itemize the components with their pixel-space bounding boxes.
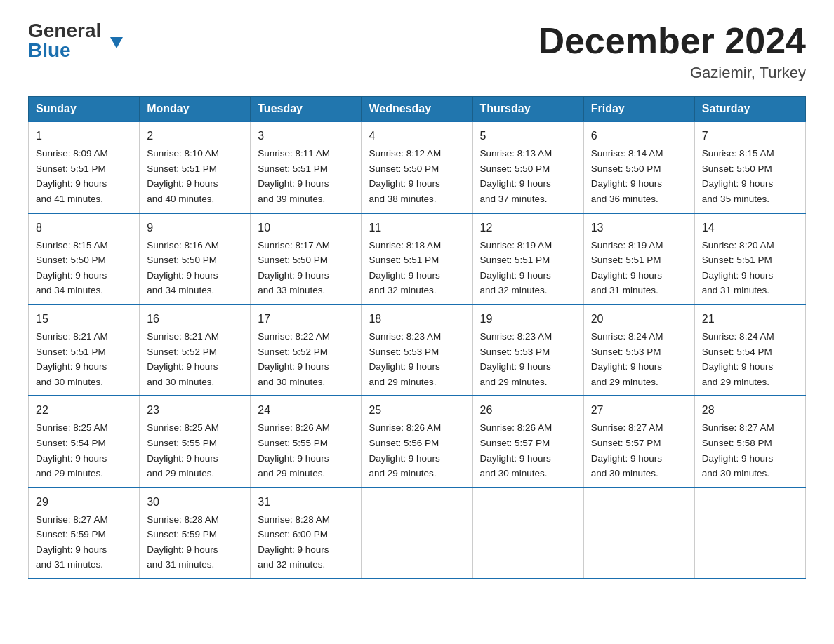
day-info: Sunrise: 8:26 AMSunset: 5:56 PMDaylight:…: [369, 420, 465, 481]
table-row: 16Sunrise: 8:21 AMSunset: 5:52 PMDayligh…: [140, 304, 251, 396]
table-row: [362, 488, 472, 579]
page-header: General Blue December 2024 Gaziemir, Tur…: [28, 21, 806, 82]
day-number: 28: [702, 402, 798, 419]
day-info: Sunrise: 8:23 AMSunset: 5:53 PMDaylight:…: [480, 329, 576, 389]
day-info: Sunrise: 8:21 AMSunset: 5:52 PMDaylight:…: [147, 329, 243, 389]
day-number: 1: [36, 128, 132, 145]
table-row: 26Sunrise: 8:26 AMSunset: 5:57 PMDayligh…: [472, 396, 583, 487]
table-row: 22Sunrise: 8:25 AMSunset: 5:54 PMDayligh…: [29, 396, 140, 487]
day-info: Sunrise: 8:16 AMSunset: 5:50 PMDaylight:…: [147, 238, 243, 298]
table-row: 30Sunrise: 8:28 AMSunset: 5:59 PMDayligh…: [140, 488, 251, 579]
table-row: 7Sunrise: 8:15 AMSunset: 5:50 PMDaylight…: [694, 121, 805, 213]
day-number: 11: [369, 220, 465, 236]
calendar-week-5: 29Sunrise: 8:27 AMSunset: 5:59 PMDayligh…: [29, 488, 806, 579]
table-row: 19Sunrise: 8:23 AMSunset: 5:53 PMDayligh…: [472, 304, 583, 396]
col-header-saturday: Saturday: [694, 97, 805, 122]
table-row: 20Sunrise: 8:24 AMSunset: 5:53 PMDayligh…: [583, 304, 694, 396]
day-number: 17: [258, 311, 354, 328]
day-info: Sunrise: 8:28 AMSunset: 6:00 PMDaylight:…: [258, 512, 354, 572]
table-row: 6Sunrise: 8:14 AMSunset: 5:50 PMDaylight…: [583, 121, 694, 213]
table-row: 2Sunrise: 8:10 AMSunset: 5:51 PMDaylight…: [140, 121, 251, 213]
day-info: Sunrise: 8:28 AMSunset: 5:59 PMDaylight:…: [147, 512, 243, 572]
day-number: 25: [369, 402, 465, 419]
day-info: Sunrise: 8:10 AMSunset: 5:51 PMDaylight:…: [147, 146, 243, 206]
calendar-week-4: 22Sunrise: 8:25 AMSunset: 5:54 PMDayligh…: [29, 396, 806, 487]
day-number: 12: [480, 220, 576, 236]
day-number: 4: [369, 128, 465, 145]
day-info: Sunrise: 8:26 AMSunset: 5:57 PMDaylight:…: [480, 420, 576, 481]
day-number: 29: [36, 494, 132, 511]
table-row: 14Sunrise: 8:20 AMSunset: 5:51 PMDayligh…: [694, 213, 805, 304]
table-row: 10Sunrise: 8:17 AMSunset: 5:50 PMDayligh…: [251, 213, 362, 304]
day-number: 24: [258, 402, 354, 419]
day-info: Sunrise: 8:19 AMSunset: 5:51 PMDaylight:…: [480, 238, 576, 298]
table-row: 17Sunrise: 8:22 AMSunset: 5:52 PMDayligh…: [251, 304, 362, 396]
day-number: 3: [258, 128, 354, 145]
day-number: 9: [147, 220, 243, 236]
logo-triangle-icon: [110, 37, 123, 48]
day-number: 16: [147, 311, 243, 328]
calendar-week-2: 8Sunrise: 8:15 AMSunset: 5:50 PMDaylight…: [29, 213, 806, 304]
table-row: 8Sunrise: 8:15 AMSunset: 5:50 PMDaylight…: [29, 213, 140, 304]
day-number: 27: [591, 402, 687, 419]
day-number: 15: [36, 311, 132, 328]
day-info: Sunrise: 8:11 AMSunset: 5:51 PMDaylight:…: [258, 146, 354, 206]
day-info: Sunrise: 8:26 AMSunset: 5:55 PMDaylight:…: [258, 420, 354, 481]
day-info: Sunrise: 8:27 AMSunset: 5:59 PMDaylight:…: [36, 512, 132, 572]
table-row: 3Sunrise: 8:11 AMSunset: 5:51 PMDaylight…: [251, 121, 362, 213]
table-row: 24Sunrise: 8:26 AMSunset: 5:55 PMDayligh…: [251, 396, 362, 487]
day-number: 26: [480, 402, 576, 419]
logo-blue: Blue: [28, 41, 109, 60]
location: Gaziemir, Turkey: [538, 64, 806, 82]
table-row: 4Sunrise: 8:12 AMSunset: 5:50 PMDaylight…: [362, 121, 472, 213]
col-header-tuesday: Tuesday: [251, 97, 362, 122]
day-info: Sunrise: 8:13 AMSunset: 5:50 PMDaylight:…: [480, 146, 576, 206]
table-row: 31Sunrise: 8:28 AMSunset: 6:00 PMDayligh…: [251, 488, 362, 579]
day-number: 19: [480, 311, 576, 328]
day-number: 2: [147, 128, 243, 145]
col-header-wednesday: Wednesday: [362, 97, 472, 122]
day-number: 31: [258, 494, 354, 511]
table-row: 1Sunrise: 8:09 AMSunset: 5:51 PMDaylight…: [29, 121, 140, 213]
table-row: 29Sunrise: 8:27 AMSunset: 5:59 PMDayligh…: [29, 488, 140, 579]
day-number: 13: [591, 220, 687, 236]
day-number: 10: [258, 220, 354, 236]
col-header-thursday: Thursday: [472, 97, 583, 122]
table-row: 13Sunrise: 8:19 AMSunset: 5:51 PMDayligh…: [583, 213, 694, 304]
table-row: 25Sunrise: 8:26 AMSunset: 5:56 PMDayligh…: [362, 396, 472, 487]
logo-general: General: [28, 21, 109, 41]
day-number: 5: [480, 128, 576, 145]
day-info: Sunrise: 8:25 AMSunset: 5:54 PMDaylight:…: [36, 420, 132, 481]
col-header-friday: Friday: [583, 97, 694, 122]
day-number: 22: [36, 402, 132, 419]
col-header-monday: Monday: [140, 97, 251, 122]
day-number: 7: [702, 128, 798, 145]
day-info: Sunrise: 8:19 AMSunset: 5:51 PMDaylight:…: [591, 238, 687, 298]
day-info: Sunrise: 8:14 AMSunset: 5:50 PMDaylight:…: [591, 146, 687, 206]
day-info: Sunrise: 8:24 AMSunset: 5:54 PMDaylight:…: [702, 329, 798, 389]
day-number: 6: [591, 128, 687, 145]
svg-marker-0: [110, 37, 123, 48]
title-block: December 2024 Gaziemir, Turkey: [538, 21, 806, 82]
calendar-week-1: 1Sunrise: 8:09 AMSunset: 5:51 PMDaylight…: [29, 121, 806, 213]
day-number: 21: [702, 311, 798, 328]
table-row: 15Sunrise: 8:21 AMSunset: 5:51 PMDayligh…: [29, 304, 140, 396]
day-info: Sunrise: 8:18 AMSunset: 5:51 PMDaylight:…: [369, 238, 465, 298]
day-number: 14: [702, 220, 798, 236]
table-row: 23Sunrise: 8:25 AMSunset: 5:55 PMDayligh…: [140, 396, 251, 487]
day-info: Sunrise: 8:27 AMSunset: 5:58 PMDaylight:…: [702, 420, 798, 481]
day-info: Sunrise: 8:17 AMSunset: 5:50 PMDaylight:…: [258, 238, 354, 298]
month-title: December 2024: [538, 21, 806, 61]
day-number: 18: [369, 311, 465, 328]
table-row: 11Sunrise: 8:18 AMSunset: 5:51 PMDayligh…: [362, 213, 472, 304]
day-info: Sunrise: 8:09 AMSunset: 5:51 PMDaylight:…: [36, 146, 132, 206]
calendar-table: SundayMondayTuesdayWednesdayThursdayFrid…: [28, 96, 806, 579]
table-row: 21Sunrise: 8:24 AMSunset: 5:54 PMDayligh…: [694, 304, 805, 396]
calendar-week-3: 15Sunrise: 8:21 AMSunset: 5:51 PMDayligh…: [29, 304, 806, 396]
day-number: 8: [36, 220, 132, 236]
day-info: Sunrise: 8:12 AMSunset: 5:50 PMDaylight:…: [369, 146, 465, 206]
day-info: Sunrise: 8:23 AMSunset: 5:53 PMDaylight:…: [369, 329, 465, 389]
logo: General Blue: [28, 21, 109, 60]
table-row: [583, 488, 694, 579]
table-row: 28Sunrise: 8:27 AMSunset: 5:58 PMDayligh…: [694, 396, 805, 487]
